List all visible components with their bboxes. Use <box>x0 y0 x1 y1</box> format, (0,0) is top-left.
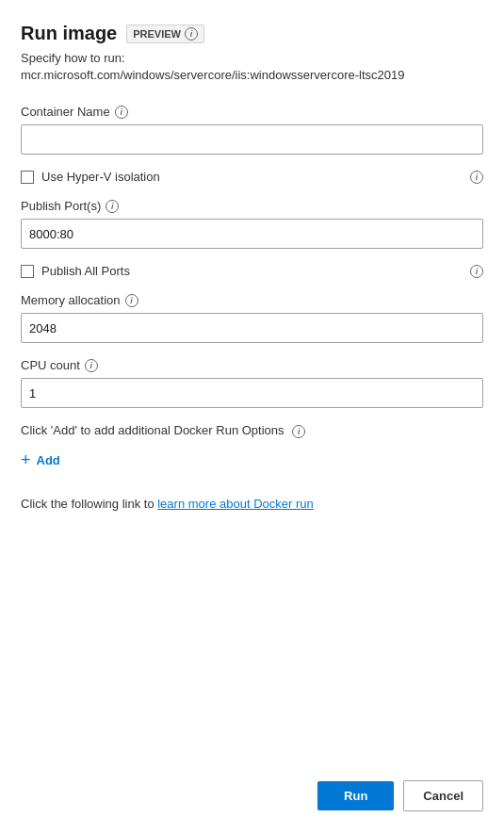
hyper-v-checkbox[interactable] <box>21 171 34 184</box>
preview-badge: PREVIEW i <box>126 25 204 43</box>
preview-info-icon[interactable]: i <box>185 27 198 41</box>
cpu-count-section: CPU count i <box>21 358 483 408</box>
cpu-count-label: CPU count i <box>21 358 483 372</box>
memory-allocation-input[interactable] <box>21 313 483 343</box>
cpu-count-info-icon[interactable]: i <box>85 359 98 372</box>
plus-icon: + <box>21 451 31 468</box>
cancel-button[interactable]: Cancel <box>403 780 483 811</box>
docker-options-note: Click 'Add' to add additional Docker Run… <box>21 423 483 438</box>
subtitle: Specify how to run: mcr.microsoft.com/wi… <box>21 50 483 84</box>
docker-options-info-icon[interactable]: i <box>292 425 305 438</box>
publish-ports-info-icon[interactable]: i <box>106 200 119 213</box>
publish-ports-section: Publish Port(s) i <box>21 199 483 249</box>
publish-all-ports-info-icon[interactable]: i <box>470 265 483 278</box>
memory-allocation-info-icon[interactable]: i <box>125 294 138 307</box>
hyper-v-label: Use Hyper-V isolation <box>41 170 160 184</box>
memory-allocation-label: Memory allocation i <box>21 293 483 307</box>
hyper-v-row: Use Hyper-V isolation i <box>21 170 483 184</box>
publish-all-ports-row: Publish All Ports i <box>21 264 483 278</box>
container-name-info-icon[interactable]: i <box>115 106 128 119</box>
publish-ports-input[interactable] <box>21 219 483 249</box>
docker-note: Click the following link to learn more a… <box>21 497 483 511</box>
page-title: Run image <box>21 23 117 44</box>
footer-buttons: Run Cancel <box>317 780 483 811</box>
container-name-label: Container Name i <box>21 105 483 119</box>
docker-learn-more-link[interactable]: learn more about Docker run <box>157 497 313 511</box>
memory-allocation-section: Memory allocation i <box>21 293 483 343</box>
container-name-input[interactable] <box>21 124 483 155</box>
add-row[interactable]: + Add <box>21 451 483 468</box>
add-button[interactable]: Add <box>37 453 60 467</box>
cpu-count-input[interactable] <box>21 378 483 408</box>
run-button[interactable]: Run <box>317 781 394 810</box>
container-name-section: Container Name i <box>21 105 483 155</box>
publish-all-ports-label: Publish All Ports <box>41 264 130 278</box>
publish-all-ports-checkbox[interactable] <box>21 265 34 278</box>
publish-ports-label: Publish Port(s) i <box>21 199 483 213</box>
hyper-v-info-icon[interactable]: i <box>470 171 483 184</box>
